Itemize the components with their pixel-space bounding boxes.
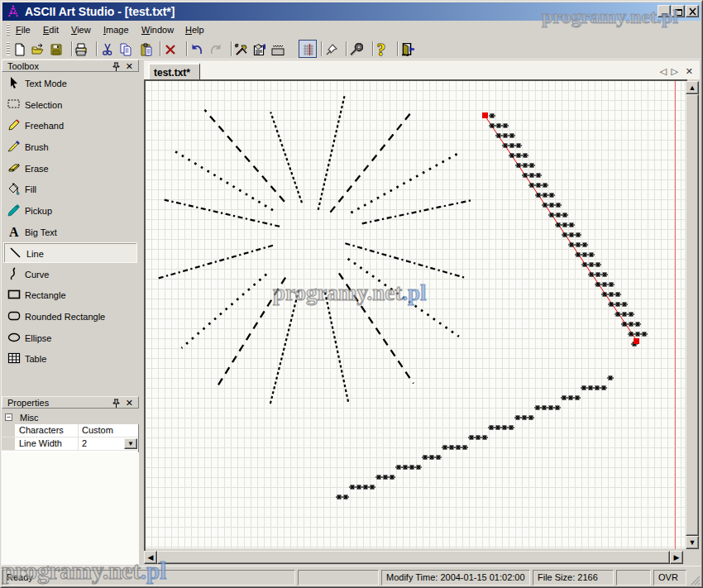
svg-text:A: A: [9, 225, 19, 238]
svg-text:?: ?: [377, 43, 385, 56]
